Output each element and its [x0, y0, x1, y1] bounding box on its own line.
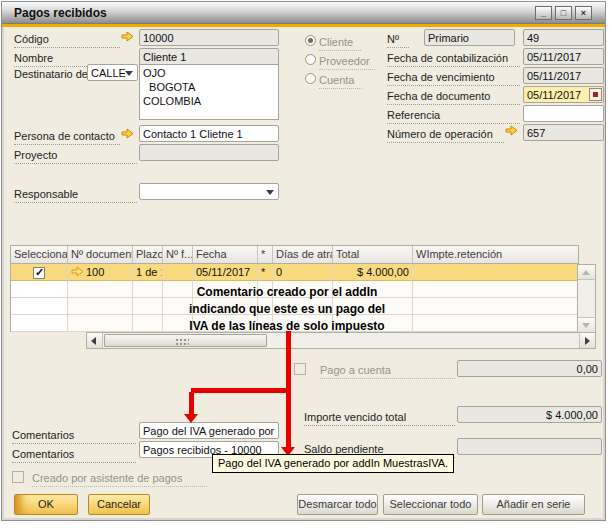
- radio-cliente: [305, 35, 316, 46]
- address-type-combo[interactable]: CALLE: [87, 64, 138, 81]
- fecha-contabilizacion-field: 05/11/2017: [523, 48, 604, 65]
- col-star[interactable]: *: [258, 246, 273, 263]
- persona-field[interactable]: Contacto 1 Clietne 1: [139, 125, 279, 142]
- responsable-label: Responsable: [14, 188, 137, 203]
- link-arrow-icon[interactable]: [505, 125, 518, 136]
- vertical-scrollbar[interactable]: [577, 264, 596, 333]
- dias-cell: 0: [273, 264, 333, 281]
- nf-cell: [163, 264, 193, 281]
- maximize-icon[interactable]: □: [555, 6, 572, 20]
- addin-note-line: Comentario creado por el addIn: [132, 284, 442, 301]
- scroll-up-icon[interactable]: [578, 265, 595, 280]
- addin-note: Comentario creado por el addIn indicando…: [132, 284, 442, 335]
- radio-cliente-label: Cliente: [319, 36, 361, 51]
- comentarios-field-1[interactable]: Pago del IVA generado por: [139, 422, 279, 439]
- referencia-label: Referencia: [387, 109, 520, 124]
- col-fecha[interactable]: Fecha: [193, 246, 258, 263]
- asistente-label: Creado por asistente de pagos: [32, 472, 207, 487]
- importe-vencido-label: Importe vencido total: [304, 411, 455, 426]
- scroll-down-icon[interactable]: [578, 317, 595, 332]
- codigo-field: 10000: [139, 29, 279, 46]
- empty-cell: [11, 315, 68, 332]
- numero-operacion-label: Número de operación: [387, 128, 504, 143]
- ok-button[interactable]: OK: [14, 494, 78, 515]
- address-box[interactable]: OJO BOGOTA COLOMBIA: [139, 64, 279, 120]
- empty-cell: [68, 315, 133, 332]
- pago-a-cuenta-field: 0,00: [457, 360, 602, 377]
- serie-field: Primario: [424, 29, 515, 46]
- star-cell: *: [258, 264, 273, 281]
- cancelar-button[interactable]: Cancelar: [88, 494, 150, 515]
- referencia-field[interactable]: [523, 105, 604, 122]
- radio-cuenta: [305, 73, 316, 84]
- col-retencion[interactable]: WImpte.retención: [413, 246, 578, 263]
- col-plazo[interactable]: Plazo: [133, 246, 163, 263]
- retencion-cell: [413, 264, 578, 281]
- anadir-en-serie-button[interactable]: Añadir en serie: [482, 494, 585, 515]
- empty-cell: [68, 281, 133, 298]
- scroll-left-icon[interactable]: [87, 333, 103, 348]
- comentarios-label-1: Comentarios: [12, 429, 136, 444]
- numero-operacion-field: 657: [523, 124, 604, 141]
- annotation-line: [191, 388, 291, 393]
- scroll-right-icon[interactable]: [579, 333, 595, 348]
- total-cell: $ 4.000,00: [333, 264, 413, 281]
- proyecto-label: Proyecto: [14, 149, 137, 164]
- responsable-combo[interactable]: [139, 183, 279, 200]
- plazo-cell: 1 de 1: [133, 264, 163, 281]
- row-checkbox[interactable]: [33, 267, 45, 279]
- seleccionar-todo-button[interactable]: Seleccionar todo: [383, 494, 478, 515]
- close-icon[interactable]: ×: [575, 6, 592, 20]
- numero-label: Nº: [387, 33, 409, 48]
- table-row-selected[interactable]: 100 1 de 1 05/11/2017 * 0 $ 4.000,00: [10, 264, 579, 281]
- col-seleccionado[interactable]: Seleccionado: [11, 246, 68, 263]
- proyecto-field: [139, 144, 279, 161]
- nombre-field: Cliente 1: [139, 48, 279, 65]
- col-documento[interactable]: Nº documento: [68, 246, 133, 263]
- pago-a-cuenta-label: Pago a cuenta: [320, 364, 455, 379]
- payments-received-window: Pagos recibidos _ □ × Código 10000 Nombr…: [1, 1, 606, 521]
- numero-field: 49: [523, 29, 604, 46]
- fecha-vencimiento-field: 05/11/2017: [523, 67, 604, 84]
- importe-vencido-field: $ 4.000,00: [457, 406, 602, 423]
- comentarios-label-2: Comentarios: [12, 448, 136, 463]
- annotation-arrow: [184, 414, 198, 423]
- table-header: Seleccionado Nº documento Plazo Nº f... …: [10, 245, 579, 264]
- desmarcar-todo-button[interactable]: Desmarcar todo: [297, 494, 378, 515]
- title-bar: Pagos recibidos _ □ ×: [2, 2, 605, 24]
- fecha-cell: 05/11/2017: [193, 264, 258, 281]
- addin-note-line: indicando que este es un pago del: [132, 301, 442, 318]
- radio-proveedor-label: Proveedor: [319, 55, 375, 70]
- radio-cuenta-label: Cuenta: [319, 74, 362, 89]
- fecha-contabilizacion-label: Fecha de contabilización: [387, 52, 520, 67]
- link-arrow-icon[interactable]: [71, 266, 84, 277]
- window-title: Pagos recibidos: [14, 6, 107, 20]
- annotation-line: [189, 392, 194, 415]
- fecha-documento-label: Fecha de documento: [387, 90, 520, 105]
- codigo-label: Código: [14, 33, 120, 48]
- documento-cell[interactable]: 100: [68, 264, 133, 281]
- col-total[interactable]: Total: [333, 246, 413, 263]
- fecha-vencimiento-label: Fecha de vencimiento: [387, 71, 520, 86]
- addin-tooltip: Pago del IVA generado por addIn Muestras…: [212, 454, 454, 473]
- empty-cell: [68, 298, 133, 315]
- documento-value: 100: [86, 266, 104, 278]
- calendar-icon[interactable]: [589, 88, 602, 101]
- asistente-checkbox: [12, 471, 24, 483]
- empty-cell: [11, 281, 68, 298]
- destinatario-label: Destinatario de f: [14, 68, 87, 83]
- row-checkbox-cell[interactable]: [11, 264, 68, 281]
- persona-label: Persona de contacto: [14, 130, 120, 145]
- col-dias-atraso[interactable]: Días de atraso: [273, 246, 333, 263]
- radio-proveedor: [305, 54, 316, 65]
- scrollbar-thumb[interactable]: [104, 334, 267, 347]
- minimize-icon[interactable]: _: [535, 6, 552, 20]
- empty-cell: [11, 298, 68, 315]
- accent-bar: [2, 24, 605, 27]
- pago-a-cuenta-checkbox: [294, 363, 306, 375]
- col-nf[interactable]: Nº f...: [163, 246, 193, 263]
- link-arrow-icon[interactable]: [121, 31, 134, 42]
- saldo-pendiente-field: [457, 438, 602, 455]
- link-arrow-icon[interactable]: [121, 128, 134, 139]
